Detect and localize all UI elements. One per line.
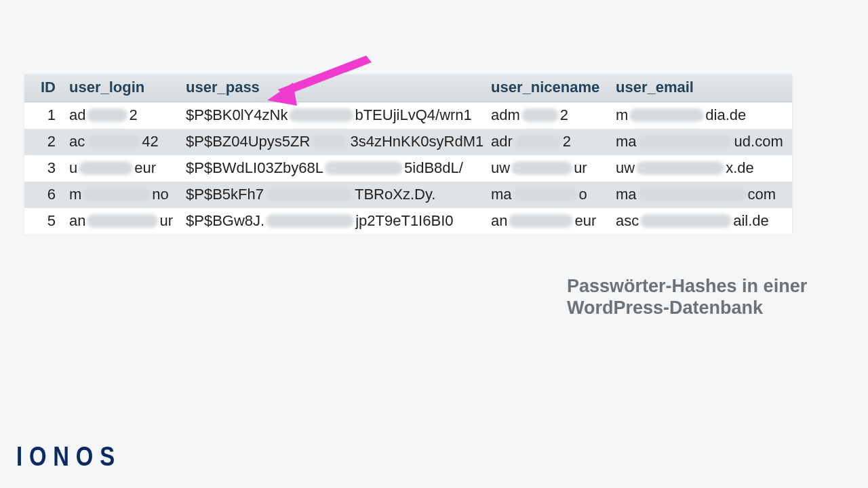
redaction-blur [265,188,353,201]
cell-user-email: uwx.de [609,155,792,182]
redaction-blur [640,214,732,228]
redaction-blur [629,108,704,122]
table-header: ID user_login user_pass user_nicename us… [24,75,792,102]
cell-user-nicename: adm2 [484,102,609,129]
cell-user-pass: $P$BZ04Upys5ZR3s4zHnKK0syRdM1 [179,129,484,155]
table-row: 1ad2$P$BK0lY4zNkbTEUjiLvQ4/wrn1adm2mdia.… [24,102,792,129]
cell-user-login: ueur [62,155,179,182]
redaction-blur [87,214,158,228]
redaction-blur [266,214,354,228]
redaction-blur [521,108,559,122]
redaction-blur [289,108,353,122]
cell-id: 1 [24,102,62,129]
cell-user-login: ad2 [62,102,179,129]
redaction-blur [325,161,403,175]
table-row: 6mno$P$B5kFh7TBRoXz.Dy.maomacom [24,182,792,208]
redaction-blur [636,161,724,175]
cell-user-pass: $P$BGw8J.jp2T9eT1I6BI0 [179,208,484,235]
table-body: 1ad2$P$BK0lY4zNkbTEUjiLvQ4/wrn1adm2mdia.… [24,102,792,235]
col-user-login: user_login [62,75,179,102]
cell-user-pass: $P$B5kFh7TBRoXz.Dy. [179,182,484,208]
cell-user-login: anur [62,208,179,235]
redaction-blur [638,188,747,201]
db-table: ID user_login user_pass user_nicename us… [24,75,792,235]
cell-user-nicename: aneur [484,208,609,235]
cell-id: 5 [24,208,62,235]
caption-text: Passwörter-Hashes in einer WordPress-Dat… [567,275,811,319]
col-user-email: user_email [609,75,792,102]
redaction-blur [511,161,572,175]
cell-user-login: mno [62,182,179,208]
redaction-blur [311,135,349,148]
redaction-blur [83,188,151,201]
cell-id: 3 [24,155,62,182]
cell-user-email: macom [609,182,792,208]
redaction-blur [87,108,127,122]
redaction-blur [509,214,573,228]
cell-user-nicename: mao [484,182,609,208]
redaction-blur [86,135,140,148]
cell-user-nicename: uwur [484,155,609,182]
table-row: 3ueur$P$BWdLI03Zby68L5idB8dL/uwuruwx.de [24,155,792,182]
cell-user-pass: $P$BK0lY4zNkbTEUjiLvQ4/wrn1 [179,102,484,129]
table-row: 2ac42$P$BZ04Upys5ZR3s4zHnKK0syRdM1adr2ma… [24,129,792,155]
ionos-logo: IONOS [16,441,121,472]
redaction-blur [79,161,133,175]
cell-id: 6 [24,182,62,208]
cell-user-email: ascail.de [609,208,792,235]
cell-id: 2 [24,129,62,155]
cell-user-nicename: adr2 [484,129,609,155]
col-user-nicename: user_nicename [484,75,609,102]
cell-user-login: ac42 [62,129,179,155]
cell-user-pass: $P$BWdLI03Zby68L5idB8dL/ [179,155,484,182]
redaction-blur [514,135,561,148]
cell-user-email: maud.com [609,129,792,155]
col-user-pass: user_pass [179,75,484,102]
col-id: ID [24,75,62,102]
redaction-blur [513,188,578,201]
cell-user-email: mdia.de [609,102,792,129]
table-row: 5anur$P$BGw8J.jp2T9eT1I6BI0aneurascail.d… [24,208,792,235]
redaction-blur [638,135,733,148]
